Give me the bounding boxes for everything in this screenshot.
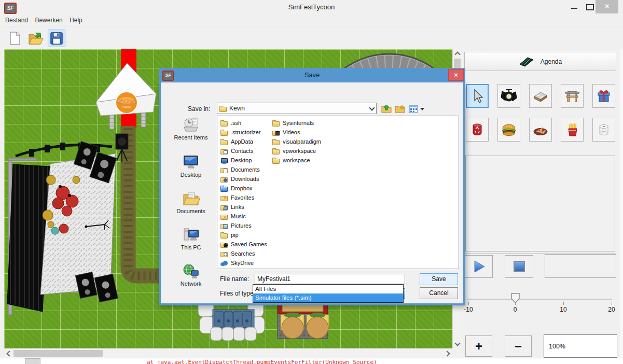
- file-item[interactable]: Desktop: [220, 156, 267, 165]
- zoom-out-button[interactable]: −: [505, 335, 532, 357]
- tool-trash-can-button[interactable]: [466, 118, 489, 142]
- place-this-pc[interactable]: This PC: [167, 227, 215, 250]
- file-item[interactable]: Saved Games: [220, 240, 267, 249]
- horizontal-scroll-thumb[interactable]: [13, 350, 103, 357]
- play-icon: [472, 259, 486, 274]
- file-item[interactable]: Documents: [220, 165, 267, 174]
- chevron-down-icon: [369, 105, 375, 110]
- slider-tick: [515, 302, 516, 305]
- file-item[interactable]: AppData: [220, 137, 267, 146]
- play-button[interactable]: [464, 255, 493, 278]
- dropdown-option-all-files[interactable]: All Files: [253, 285, 403, 293]
- place-recent-items[interactable]: Recent Items: [167, 117, 215, 141]
- minimize-icon: [571, 8, 577, 9]
- slider-tick: [563, 302, 564, 305]
- tent-logo-subtext: Tycoon: [122, 105, 131, 108]
- slider-tick: [612, 302, 612, 305]
- file-item-label: Contacts: [231, 146, 253, 156]
- file-item-label: .ssh: [231, 118, 241, 128]
- scroll-left-arrow[interactable]: [4, 349, 13, 358]
- save-file-button[interactable]: [48, 30, 65, 47]
- canc​el-button[interactable]: Cancel: [420, 287, 458, 299]
- scroll-up-arrow[interactable]: [453, 49, 462, 58]
- minimize-button[interactable]: [567, 1, 581, 12]
- file-item-label: pip: [231, 230, 239, 240]
- file-item-label: Pictures: [231, 221, 252, 230]
- speed-slider-track[interactable]: [467, 299, 612, 300]
- file-item-label: Music: [231, 212, 246, 221]
- file-list[interactable]: .ssh .structorizer AppData Contacts Desk…: [217, 116, 459, 269]
- close-button[interactable]: ×: [596, 0, 618, 13]
- canvas-horizontal-scrollbar[interactable]: [4, 348, 452, 358]
- tool-select-button[interactable]: [466, 84, 489, 108]
- save-in-combobox[interactable]: Kevin: [217, 103, 377, 114]
- tool-fries-button[interactable]: [561, 118, 584, 142]
- agenda-label: Agenda: [541, 58, 562, 65]
- right-panel: Agenda: [464, 49, 619, 358]
- file-item[interactable]: Links: [220, 202, 267, 212]
- tool-pizza-button[interactable]: [529, 118, 552, 142]
- desktop-icon: [182, 154, 200, 171]
- open-file-icon: [28, 31, 44, 46]
- stacktrace-text: at java.awt.EventDispatchThread.pumpEven…: [147, 359, 377, 364]
- new-folder-button[interactable]: [394, 104, 406, 114]
- file-item[interactable]: Sysinternals: [272, 118, 321, 128]
- tool-spotlight-button[interactable]: [497, 84, 520, 108]
- tool-burger-button[interactable]: [497, 118, 520, 142]
- file-item[interactable]: Favorites: [220, 193, 267, 202]
- scroll-down-arrow[interactable]: [453, 340, 462, 348]
- file-item[interactable]: .ssh: [220, 118, 267, 128]
- agenda-button[interactable]: Agenda: [464, 52, 616, 71]
- place-network[interactable]: Network: [167, 263, 215, 287]
- gift-icon: [596, 88, 612, 104]
- tool-stage-floor-button[interactable]: [529, 84, 552, 108]
- zoom-in-button[interactable]: +: [465, 335, 492, 357]
- dirt-path-sprite: [128, 126, 161, 276]
- save-dialog: SF Save × Save in: Kevin: [159, 82, 465, 305]
- file-item[interactable]: SkyDrive: [220, 258, 267, 268]
- file-item-label: Searches: [231, 249, 255, 258]
- tool-gift-button[interactable]: [592, 84, 615, 108]
- place-documents[interactable]: Documents: [167, 190, 215, 214]
- window-title: SimFestTycoon: [0, 3, 623, 11]
- zoom-level-field[interactable]: 100%: [544, 334, 617, 358]
- file-item[interactable]: Downloads: [220, 174, 267, 184]
- place-desktop[interactable]: Desktop: [167, 154, 215, 178]
- new-file-button[interactable]: [6, 30, 24, 47]
- up-one-level-button[interactable]: [381, 104, 392, 114]
- open-file-button[interactable]: [27, 30, 45, 47]
- file-item[interactable]: Pictures: [220, 221, 267, 230]
- file-item[interactable]: Contacts: [220, 146, 267, 156]
- tool-toilet-paper-button[interactable]: [592, 118, 615, 142]
- file-item-label: Sysinternals: [283, 118, 314, 128]
- menu-help[interactable]: Help: [70, 17, 82, 24]
- desktop-monitor-icon: [220, 157, 228, 164]
- file-item[interactable]: Dropbox: [220, 184, 267, 193]
- tool-torii-gate-button[interactable]: [561, 84, 584, 108]
- file-item[interactable]: Videos: [272, 128, 321, 137]
- file-item[interactable]: Searches: [220, 249, 267, 258]
- dropdown-option-simulator-files[interactable]: Simulator files (*.sim): [253, 293, 403, 302]
- file-name-input[interactable]: [255, 274, 405, 284]
- save-button[interactable]: Save: [420, 273, 458, 285]
- view-menu-button[interactable]: [408, 104, 419, 114]
- folder-icon: [272, 148, 280, 155]
- stop-button[interactable]: [505, 255, 533, 278]
- saved-games-folder-icon: [220, 241, 228, 248]
- menu-bewerken[interactable]: Bewerken: [35, 17, 62, 24]
- file-item[interactable]: Music: [220, 212, 267, 221]
- file-item[interactable]: .structorizer: [220, 128, 267, 137]
- file-item[interactable]: pip: [220, 230, 267, 240]
- file-item-label: Dropbox: [231, 184, 253, 193]
- file-item[interactable]: vpworkspace: [272, 146, 321, 156]
- panel-divider: [464, 253, 616, 254]
- maximize-button[interactable]: [583, 1, 597, 12]
- dialog-close-button[interactable]: ×: [448, 69, 464, 81]
- scroll-right-arrow[interactable]: [444, 349, 452, 358]
- save-dialog-titlebar[interactable]: SF Save ×: [159, 68, 465, 82]
- file-item[interactable]: workspace: [272, 156, 321, 165]
- file-item[interactable]: visualparadigm: [272, 137, 321, 146]
- file-type-dropdown: All Files Simulator files (*.sim): [253, 284, 404, 303]
- menu-bestand[interactable]: Bestand: [5, 17, 28, 24]
- folder-icon: [220, 129, 228, 136]
